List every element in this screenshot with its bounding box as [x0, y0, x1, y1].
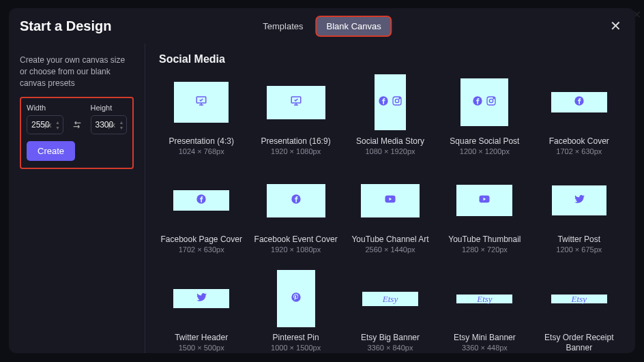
preset-etsy-order-receipt-banner[interactable]: Etsy Etsy Order Receipt Banner 760 × 100… — [534, 263, 624, 353]
sidebar: Create your own canvas size or choose fr… — [9, 44, 145, 353]
preset-title: Facebook Cover — [549, 136, 609, 147]
preset-dimensions: 1080 × 1920px — [365, 147, 415, 155]
preset-dimensions: 3360 × 448px — [462, 344, 508, 352]
tab-blank-canvas[interactable]: Blank Canvas — [317, 16, 392, 36]
etsy-icon: Etsy — [383, 292, 398, 305]
preset-title: Presentation (4:3) — [169, 136, 234, 147]
width-step-up[interactable]: ▲ — [55, 119, 61, 125]
preset-square-social-post[interactable]: Square Social Post 1200 × 1200px — [439, 67, 529, 160]
preset-title: Twitter Header — [175, 333, 228, 343]
preset-thumb: Etsy — [362, 292, 418, 306]
pinterest-icon — [291, 292, 302, 305]
preset-dimensions: 1500 × 500px — [179, 344, 224, 352]
width-input-wrap[interactable]: px ▲ ▼ — [27, 115, 63, 134]
custom-size-panel: Width px ▲ ▼ H — [20, 97, 134, 169]
swap-dimensions-button[interactable] — [69, 115, 85, 134]
preset-thumb — [267, 86, 325, 119]
preset-etsy-big-banner[interactable]: Etsy Etsy Big Banner 3360 × 840px — [345, 263, 435, 353]
preset-title: Facebook Event Cover — [254, 235, 338, 245]
preset-thumb: Etsy — [551, 295, 607, 303]
preset-presentation-16-9-[interactable]: Presentation (16:9) 1920 × 1080px — [250, 67, 340, 160]
swap-icon — [72, 119, 83, 130]
preset-thumb — [552, 185, 606, 215]
height-input-wrap[interactable]: px ▲ ▼ — [91, 115, 128, 134]
main-panel[interactable]: Social Media Presentation (4:3) 1024 × 7… — [145, 44, 635, 353]
preset-thumb — [173, 190, 229, 211]
preset-thumb — [551, 92, 607, 112]
preset-dimensions: 3360 × 840px — [368, 344, 413, 352]
height-step-down[interactable]: ▼ — [118, 125, 125, 130]
preset-dimensions: 1200 × 1200px — [460, 147, 510, 155]
height-label: Height — [91, 104, 128, 112]
preset-thumb — [460, 78, 508, 126]
height-step-up[interactable]: ▲ — [118, 119, 125, 125]
preset-title: Pinterest Pin — [273, 333, 319, 343]
modal-header: Start a Design Templates Blank Canvas ✕ — [9, 8, 635, 44]
facebook-icon — [378, 95, 389, 109]
preset-social-media-story[interactable]: Social Media Story 1080 × 1920px — [345, 67, 435, 160]
create-button[interactable]: Create — [27, 141, 75, 161]
preset-thumb: Etsy — [456, 295, 512, 303]
preset-twitter-header[interactable]: Twitter Header 1500 × 500px — [156, 263, 246, 353]
tab-templates[interactable]: Templates — [252, 16, 313, 36]
facebook-icon — [472, 95, 483, 109]
youtube-icon — [478, 193, 491, 208]
close-button[interactable]: ✕ — [610, 18, 621, 34]
presentation-icon — [290, 95, 302, 110]
preset-etsy-mini-banner[interactable]: Etsy Etsy Mini Banner 3360 × 448px — [439, 263, 529, 353]
preset-thumb — [361, 184, 420, 217]
preset-title: Social Media Story — [356, 136, 424, 147]
preset-thumb — [173, 289, 229, 308]
preset-title: Presentation (16:9) — [261, 136, 331, 147]
preset-thumb-area — [441, 70, 528, 135]
instagram-icon — [486, 95, 497, 109]
preset-facebook-page-cover[interactable]: Facebook Page Cover 1702 × 630px — [156, 165, 246, 258]
width-step-down[interactable]: ▼ — [55, 125, 61, 130]
width-unit: px — [44, 121, 52, 129]
youtube-icon — [384, 193, 396, 208]
preset-pinterest-pin[interactable]: Pinterest Pin 1000 × 1500px — [250, 263, 340, 353]
sidebar-description: Create your own canvas size or choose fr… — [20, 55, 134, 89]
instagram-icon — [392, 95, 402, 109]
preset-title: Etsy Mini Banner — [454, 333, 516, 343]
tab-group: Templates Blank Canvas — [252, 16, 391, 36]
preset-youtube-channel-art[interactable]: YouTube Channel Art 2560 × 1440px — [345, 165, 435, 258]
preset-dimensions: 1024 × 768px — [179, 147, 224, 155]
svg-point-8 — [490, 99, 493, 102]
preset-thumb-area — [536, 168, 623, 233]
facebook-icon — [574, 95, 585, 109]
preset-thumb-area — [252, 70, 339, 135]
preset-dimensions: 1920 × 1080px — [271, 245, 321, 254]
preset-grid: Presentation (4:3) 1024 × 768px Presenta… — [156, 67, 624, 353]
svg-point-5 — [399, 98, 400, 99]
preset-thumb — [174, 82, 229, 123]
preset-dimensions: 1702 × 630px — [556, 147, 602, 155]
section-title-social-media: Social Media — [156, 44, 624, 67]
close-icon: ✕ — [610, 18, 621, 33]
preset-thumb-area: Etsy — [536, 266, 623, 331]
etsy-icon: Etsy — [477, 292, 492, 305]
twitter-icon — [195, 291, 207, 306]
preset-presentation-4-3-[interactable]: Presentation (4:3) 1024 × 768px — [156, 67, 246, 160]
preset-title: Etsy Order Receipt Banner — [536, 333, 623, 353]
preset-title: Square Social Post — [450, 136, 519, 147]
preset-dimensions: 1702 × 630px — [179, 245, 224, 254]
height-steppers: ▲ ▼ — [118, 116, 125, 134]
preset-thumb-area — [158, 70, 245, 135]
preset-thumb-area: Etsy — [441, 266, 528, 331]
design-modal: Start a Design Templates Blank Canvas ✕ … — [9, 8, 635, 353]
preset-thumb-area — [158, 168, 245, 233]
preset-facebook-event-cover[interactable]: Facebook Event Cover 1920 × 1080px — [250, 165, 340, 258]
preset-dimensions: 2560 × 1440px — [365, 245, 415, 254]
preset-youtube-thumbnail[interactable]: YouTube Thumbnail 1280 × 720px — [439, 165, 529, 258]
modal-body: Create your own canvas size or choose fr… — [9, 44, 635, 353]
preset-title: YouTube Channel Art — [351, 235, 428, 245]
preset-thumb-area — [158, 266, 245, 331]
height-unit: px — [108, 121, 115, 129]
preset-twitter-post[interactable]: Twitter Post 1200 × 675px — [534, 165, 624, 258]
width-label: Width — [27, 104, 63, 112]
facebook-icon — [196, 194, 207, 207]
preset-dimensions: 1000 × 1500px — [271, 344, 321, 352]
preset-facebook-cover[interactable]: Facebook Cover 1702 × 630px — [534, 67, 624, 160]
preset-thumb-area — [536, 70, 623, 135]
